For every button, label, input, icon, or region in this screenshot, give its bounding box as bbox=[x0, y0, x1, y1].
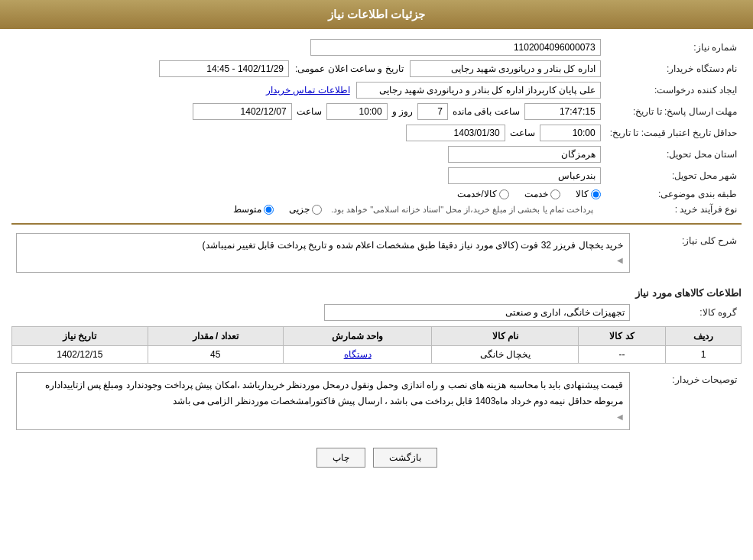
city-label: شهر محل تحویل: bbox=[605, 165, 742, 186]
buttons-row: بازگشت چاپ bbox=[11, 448, 742, 468]
buyer-org-value: اداره کل بنادر و دریانوردی شهید رجایی bbox=[410, 60, 601, 77]
category-option-kala-khedmat[interactable]: کالا/خدمت bbox=[457, 189, 508, 199]
cell-date: 1402/12/15 bbox=[12, 346, 148, 364]
cell-code: -- bbox=[579, 346, 666, 364]
divider-1 bbox=[11, 223, 742, 225]
category-option-khedmat[interactable]: خدمت bbox=[524, 189, 560, 199]
col-header-code: کد کالا bbox=[579, 327, 666, 346]
send-deadline-remain-label: ساعت باقی مانده bbox=[453, 106, 520, 117]
buyer-notes-label: توصیحات خریدار: bbox=[635, 370, 742, 439]
send-deadline-label: مهلت ارسال پاسخ: تا تاریخ: bbox=[605, 101, 742, 122]
price-validity-label: حداقل تاریخ اعتبار قیمت: تا تاریخ: bbox=[605, 122, 742, 144]
announce-datetime-value: 1402/11/29 - 14:45 bbox=[159, 60, 289, 77]
buyer-notes-value: قیمت پیشنهادی باید با محاسبه هزینه های ن… bbox=[16, 372, 630, 429]
col-header-name: نام کالا bbox=[432, 327, 579, 346]
process-option-motovaset[interactable]: متوسط bbox=[233, 204, 274, 215]
print-button[interactable]: چاپ bbox=[316, 448, 365, 468]
send-deadline-days: 7 bbox=[417, 103, 448, 120]
process-notice: پرداخت تمام یا بخشی از مبلغ خرید،از محل … bbox=[331, 205, 593, 215]
cell-row: 1 bbox=[665, 346, 741, 364]
description-section-title: شرح کلی نیاز: bbox=[635, 231, 742, 281]
send-deadline-time-label: ساعت bbox=[297, 106, 322, 117]
product-group-label: گروه کالا: bbox=[635, 302, 742, 323]
col-header-date: تاریخ نیاز bbox=[12, 327, 148, 346]
description-value: خرید یخچال فریزر 32 فوت (کالای مورد نیاز… bbox=[16, 233, 630, 273]
back-button[interactable]: بازگشت bbox=[373, 448, 437, 468]
send-deadline-days-label: روز و bbox=[392, 106, 413, 117]
province-label: استان محل تحویل: bbox=[605, 144, 742, 165]
send-deadline-remain: 17:47:15 bbox=[524, 103, 601, 120]
products-section-title: اطلاعات کالاهای مورد نیاز bbox=[11, 287, 742, 299]
cell-qty: 45 bbox=[148, 346, 283, 364]
cell-unit[interactable]: دستگاه bbox=[283, 346, 431, 364]
send-deadline-date: 1402/12/07 bbox=[193, 103, 292, 120]
product-group-value: تجهیزات خانگی، اداری و صنعتی bbox=[324, 304, 630, 321]
page-title: جزئیات اطلاعات نیاز bbox=[328, 8, 425, 21]
col-header-unit: واحد شمارش bbox=[283, 327, 431, 346]
col-header-row: ردیف bbox=[665, 327, 741, 346]
creator-label: ایجاد کننده درخواست: bbox=[605, 79, 742, 101]
notes-icon: ◀ bbox=[617, 413, 623, 421]
price-validity-time-label: ساعت bbox=[510, 128, 535, 138]
col-header-qty: تعداد / مقدار bbox=[148, 327, 283, 346]
announce-datetime-label: تاریخ و ساعت اعلان عمومی: bbox=[295, 63, 404, 74]
category-option-kala[interactable]: کالا bbox=[576, 189, 601, 199]
table-row: 1 -- یخچال خانگی دستگاه 45 1402/12/15 bbox=[12, 346, 742, 364]
city-value: بندرعباس bbox=[448, 167, 601, 184]
province-value: هرمزگان bbox=[448, 146, 601, 163]
page-header: جزئیات اطلاعات نیاز bbox=[0, 0, 753, 29]
description-icon: ◀ bbox=[617, 256, 623, 264]
price-validity-date: 1403/01/30 bbox=[406, 125, 505, 141]
products-table: ردیف کد کالا نام کالا واحد شمارش تعداد /… bbox=[11, 326, 742, 364]
contact-link[interactable]: اطلاعات تماس خریدار bbox=[266, 85, 350, 95]
buyer-org-label: نام دستگاه خریدار: bbox=[605, 58, 742, 79]
category-label: طبقه بندی موضوعی: bbox=[605, 186, 742, 202]
need-number-value: 1102004096000073 bbox=[310, 39, 601, 56]
process-label: نوع فرآیند خرید : bbox=[605, 202, 742, 217]
process-option-jozi[interactable]: جزیی bbox=[289, 204, 322, 215]
creator-value: علی پایان کاربرداز اداره کل بنادر و دریا… bbox=[356, 82, 601, 99]
cell-name: یخچال خانگی bbox=[432, 346, 579, 364]
send-deadline-time: 10:00 bbox=[326, 103, 388, 120]
price-validity-time: 10:00 bbox=[540, 125, 601, 141]
need-number-label: شماره نیاز: bbox=[605, 37, 742, 58]
